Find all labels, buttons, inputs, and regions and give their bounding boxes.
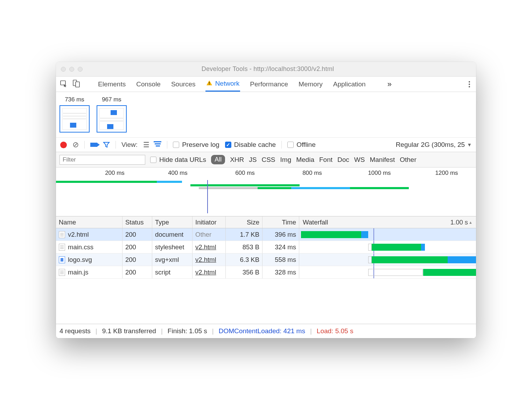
offline-checkbox[interactable]: Offline bbox=[287, 141, 316, 149]
preserve-log-checkbox[interactable]: Preserve log bbox=[173, 141, 219, 149]
status-transferred: 9.1 KB transferred bbox=[102, 327, 156, 335]
filter-type-manifest[interactable]: Manifest bbox=[370, 156, 395, 164]
status-finish: Finish: 1.05 s bbox=[168, 327, 207, 335]
chevron-down-icon: ▼ bbox=[467, 142, 472, 148]
tick-label: 200 ms bbox=[105, 170, 125, 177]
table-row[interactable]: main.css200stylesheetv2.html853 B324 ms bbox=[56, 241, 476, 253]
svg-rect-0 bbox=[61, 81, 65, 85]
file-name: logo.svg bbox=[68, 256, 92, 264]
filter-type-font[interactable]: Font bbox=[319, 156, 332, 164]
status-load: Load: 5.05 s bbox=[317, 327, 354, 335]
filter-type-other[interactable]: Other bbox=[400, 156, 416, 164]
filter-type-all[interactable]: All bbox=[211, 155, 225, 164]
tick-label: 1200 ms bbox=[435, 170, 458, 177]
devtools-menu-icon[interactable] bbox=[468, 77, 473, 92]
col-name[interactable]: Name bbox=[56, 216, 122, 228]
col-initiator[interactable]: Initiator bbox=[192, 216, 226, 228]
svg-rect-8 bbox=[154, 141, 161, 142]
tab-memory[interactable]: Memory bbox=[298, 77, 323, 92]
timeline-overview[interactable]: 200 ms 400 ms 600 ms 800 ms 1000 ms 1200… bbox=[56, 167, 476, 216]
col-type[interactable]: Type bbox=[152, 216, 192, 228]
panels-tabbar: Elements Console Sources Network Perform… bbox=[56, 77, 476, 92]
filter-toggle-icon[interactable] bbox=[103, 142, 110, 148]
svg-point-5 bbox=[469, 81, 470, 83]
initiator-link[interactable]: v2.html bbox=[195, 243, 216, 251]
devtools-window: Developer Tools - http://localhost:3000/… bbox=[56, 62, 476, 338]
zoom-window-button[interactable] bbox=[78, 67, 83, 72]
filter-type-doc[interactable]: Doc bbox=[337, 156, 349, 164]
minimize-window-button[interactable] bbox=[69, 67, 74, 72]
tick-label: 1000 ms bbox=[368, 170, 391, 177]
svg-rect-2 bbox=[76, 82, 79, 87]
traffic-lights bbox=[61, 67, 83, 72]
network-toolbar: ⊘ View: ☰ Preserve log ✓Disable cache Of… bbox=[56, 137, 476, 152]
tick-label: 600 ms bbox=[235, 170, 255, 177]
table-row[interactable]: main.js200scriptv2.html356 B328 ms bbox=[56, 266, 476, 279]
clear-button[interactable]: ⊘ bbox=[72, 140, 79, 149]
frame-time: 736 ms bbox=[65, 96, 84, 103]
filmstrip-frame[interactable]: 967 ms bbox=[97, 96, 127, 133]
col-waterfall[interactable]: Waterfall 1.00 s▲ bbox=[299, 216, 476, 228]
frame-thumbnail bbox=[59, 105, 90, 133]
status-dcl: DOMContentLoaded: 421 ms bbox=[219, 327, 305, 335]
filter-type-media[interactable]: Media bbox=[296, 156, 314, 164]
document-file-icon bbox=[59, 244, 65, 251]
table-row[interactable]: v2.html200documentOther1.7 KB396 ms bbox=[56, 228, 476, 241]
request-list: v2.html200documentOther1.7 KB396 msmain.… bbox=[56, 228, 476, 279]
tick-label: 400 ms bbox=[168, 170, 188, 177]
document-file-icon bbox=[59, 269, 65, 276]
tab-console[interactable]: Console bbox=[135, 77, 161, 92]
tab-network[interactable]: Network bbox=[205, 77, 240, 92]
sort-asc-icon: ▲ bbox=[469, 220, 472, 224]
throttling-select[interactable]: Regular 2G (300ms, 25▼ bbox=[396, 141, 472, 149]
record-button[interactable] bbox=[60, 142, 67, 148]
hide-data-urls-checkbox[interactable]: Hide data URLs bbox=[150, 156, 206, 164]
svg-rect-10 bbox=[156, 145, 160, 147]
filter-input[interactable] bbox=[59, 155, 145, 165]
table-header: Name Status Type Initiator Size Time Wat… bbox=[56, 216, 476, 228]
filter-type-xhr[interactable]: XHR bbox=[230, 156, 244, 164]
filter-type-js[interactable]: JS bbox=[249, 156, 257, 164]
device-toggle-icon[interactable] bbox=[73, 80, 80, 89]
table-empty-area bbox=[56, 279, 476, 324]
capture-screenshots-icon[interactable] bbox=[90, 143, 97, 147]
tick-label: 800 ms bbox=[302, 170, 322, 177]
view-label: View: bbox=[121, 141, 138, 149]
initiator-link[interactable]: v2.html bbox=[195, 269, 216, 276]
filter-bar: Hide data URLs All XHR JS CSS Img Media … bbox=[56, 152, 476, 167]
svg-point-6 bbox=[469, 84, 470, 85]
status-bar: 4 requests | 9.1 KB transferred | Finish… bbox=[56, 324, 476, 338]
tab-performance[interactable]: Performance bbox=[249, 77, 289, 92]
file-name: main.js bbox=[68, 269, 89, 276]
file-name: v2.html bbox=[68, 231, 89, 238]
image-file-icon bbox=[59, 256, 65, 263]
initiator-link[interactable]: v2.html bbox=[195, 256, 216, 264]
filter-type-img[interactable]: Img bbox=[280, 156, 292, 164]
table-row[interactable]: logo.svg200svg+xmlv2.html6.3 KB558 ms bbox=[56, 253, 476, 266]
col-time[interactable]: Time bbox=[262, 216, 299, 228]
disable-cache-checkbox[interactable]: ✓Disable cache bbox=[225, 141, 276, 149]
tab-elements[interactable]: Elements bbox=[97, 77, 126, 92]
svg-rect-4 bbox=[209, 84, 210, 85]
svg-rect-9 bbox=[155, 143, 161, 144]
frame-thumbnail bbox=[97, 105, 127, 133]
col-size[interactable]: Size bbox=[226, 216, 262, 228]
panel-tabs: Elements Console Sources Network Perform… bbox=[88, 77, 392, 92]
more-tabs-icon[interactable]: » bbox=[387, 77, 392, 92]
filmstrip-frame[interactable]: 736 ms bbox=[59, 96, 90, 133]
close-window-button[interactable] bbox=[61, 67, 66, 72]
overview-toggle-icon[interactable] bbox=[154, 141, 161, 149]
filter-type-css[interactable]: CSS bbox=[261, 156, 275, 164]
status-requests: 4 requests bbox=[59, 327, 91, 335]
tab-sources[interactable]: Sources bbox=[170, 77, 196, 92]
svg-rect-3 bbox=[209, 82, 210, 84]
inspect-element-icon[interactable] bbox=[60, 80, 68, 88]
tab-application[interactable]: Application bbox=[332, 77, 366, 92]
dcl-marker bbox=[207, 180, 208, 213]
large-rows-icon[interactable]: ☰ bbox=[143, 141, 149, 149]
filter-type-ws[interactable]: WS bbox=[354, 156, 365, 164]
warning-icon bbox=[206, 80, 212, 87]
titlebar: Developer Tools - http://localhost:3000/… bbox=[56, 62, 476, 77]
filmstrip: 736 ms 967 ms bbox=[56, 92, 476, 137]
col-status[interactable]: Status bbox=[122, 216, 152, 228]
